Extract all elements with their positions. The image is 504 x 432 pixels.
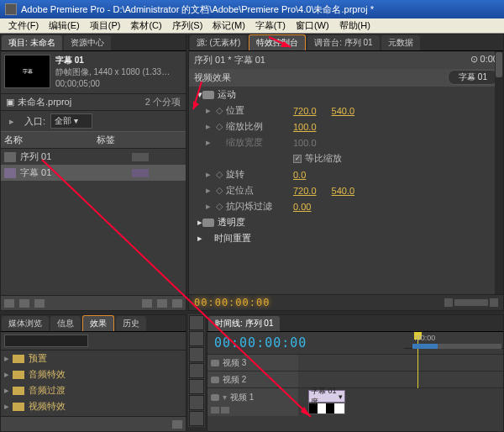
zoom-in-icon[interactable] <box>490 298 498 307</box>
menu-bar: 文件(F) 编辑(E) 项目(P) 素材(C) 序列(S) 标记(M) 字幕(T… <box>0 18 504 34</box>
group-opacity[interactable]: ▸ 透明度 <box>189 214 503 230</box>
tab-timeline[interactable]: 时间线: 序列 01 <box>208 316 280 331</box>
scale-value[interactable]: 100.0 <box>293 122 317 132</box>
tab-source[interactable]: 源: (无素材) <box>190 35 247 50</box>
effect-breadcrumb: 序列 01 * 字幕 01 ⊙ 0:00 <box>189 51 503 69</box>
effect-scope-chip[interactable]: 字幕 01 <box>448 70 498 85</box>
effects-folder-presets[interactable]: ▸预置 <box>1 350 186 366</box>
search-icon[interactable]: ▸ <box>4 115 19 128</box>
tools-panel <box>188 314 205 427</box>
project-tabs: 项目: 未命名 资源中心 <box>1 34 186 51</box>
selection-tool[interactable] <box>189 315 204 330</box>
delete-icon[interactable] <box>172 299 182 308</box>
folder-icon <box>13 403 24 411</box>
label-swatch[interactable] <box>132 153 149 161</box>
prop-scale-width: ▸ 缩放宽度 100.0 <box>189 134 503 150</box>
antiflicker-value[interactable]: 0.00 <box>293 202 311 212</box>
tab-effects[interactable]: 效果 <box>82 315 114 331</box>
entry-dropdown[interactable]: 全部 ▾ <box>50 113 92 129</box>
list-view-icon[interactable] <box>4 299 14 308</box>
timeline-panel: 时间线: 序列 01 00:00:00:00 :00:00 00:00:14:2… <box>207 314 504 432</box>
project-file-row: ▣ 未命名.prproj 2 个分项 <box>1 93 186 110</box>
effects-folder-video-fx[interactable]: ▸视频特效 <box>1 398 186 414</box>
effect-timecode[interactable]: 00:00:00:00 <box>194 297 270 308</box>
effects-search[interactable] <box>4 335 88 347</box>
window-titlebar: Adobe Premiere Pro - D:\Administrator 的文… <box>0 0 504 18</box>
menu-clip[interactable]: 素材(C) <box>125 19 166 32</box>
scale-w-value: 100.0 <box>293 138 317 148</box>
zoom-out-icon[interactable] <box>444 298 453 307</box>
track-opt-icon[interactable] <box>211 407 219 414</box>
clip-name: 字幕 01 <box>55 55 170 66</box>
project-file-name: 未命名.prproj <box>18 96 71 108</box>
time-ruler[interactable]: :00:00 00:00:14:23 <box>404 332 503 349</box>
razor-tool[interactable] <box>189 363 204 378</box>
effect-scrollbar[interactable] <box>495 51 503 310</box>
tab-project[interactable]: 项目: 未命名 <box>2 35 62 50</box>
menu-edit[interactable]: 编辑(E) <box>44 19 85 32</box>
menu-window[interactable]: 窗口(W) <box>291 19 334 32</box>
clip-duration: 00;00;05;00 <box>55 78 170 90</box>
project-panel: 项目: 未命名 资源中心 字幕 字幕 01 静帧图像, 1440 x 1080 … <box>0 34 186 311</box>
col-label[interactable]: 标签 <box>97 134 115 146</box>
effects-folder-audio-fx[interactable]: ▸音频特效 <box>1 366 186 382</box>
track-v1[interactable]: ▾视频 1 字幕 01 度▾ <box>207 387 503 416</box>
window-title: Adobe Premiere Pro - D:\Administrator 的文… <box>21 3 374 16</box>
group-motion[interactable]: ▾ 运动 <box>189 87 503 103</box>
eye-icon[interactable] <box>211 394 219 401</box>
uniform-scale-checkbox[interactable]: ✓ <box>293 155 302 163</box>
bin-item-sequence[interactable]: 序列 01 <box>1 149 186 165</box>
menu-marker[interactable]: 标记(M) <box>207 19 250 32</box>
tab-metadata[interactable]: 元数据 <box>381 35 420 50</box>
tab-history[interactable]: 历史 <box>116 316 146 331</box>
new-bin-icon[interactable] <box>142 299 152 308</box>
tab-effect-controls[interactable]: 特效控制台 <box>249 34 306 50</box>
tab-resource-center[interactable]: 资源中心 <box>64 35 111 50</box>
track-opt-icon[interactable] <box>221 407 229 414</box>
new-bin-icon[interactable] <box>172 420 182 429</box>
eye-icon[interactable] <box>211 377 219 383</box>
track-v2[interactable]: 视频 2 <box>207 371 503 387</box>
anchor-x-value[interactable]: 720.0 <box>293 186 317 196</box>
track-v3[interactable]: 视频 3 <box>207 354 503 371</box>
clip-info: 字幕 字幕 01 静帧图像, 1440 x 1080 (1.33… 00;00;… <box>1 51 186 93</box>
pos-x-value[interactable]: 720.0 <box>293 106 317 116</box>
menu-file[interactable]: 文件(F) <box>3 19 44 32</box>
pos-y-value[interactable]: 540.0 <box>332 106 355 116</box>
new-item-icon[interactable] <box>157 299 167 308</box>
menu-project[interactable]: 项目(P) <box>85 19 126 32</box>
project-item-count: 2 个分项 <box>145 96 181 108</box>
prop-rotation: ▸◇ 旋转 0.0 <box>189 166 503 182</box>
group-timeremap[interactable]: ▸ 时间重置 <box>189 230 503 246</box>
timeline-clip[interactable]: 字幕 01 度▾ <box>308 390 345 403</box>
track-select-tool[interactable] <box>189 331 204 346</box>
effect-controls-panel: 源: (无素材) 特效控制台 调音台: 序列 01 元数据 序列 01 * 字幕… <box>188 34 504 311</box>
clip-meta: 静帧图像, 1440 x 1080 (1.33… <box>55 66 170 78</box>
app-icon <box>5 3 17 15</box>
ripple-tool[interactable] <box>189 347 204 362</box>
tab-info[interactable]: 信息 <box>50 316 81 331</box>
disclosure-icon[interactable]: ▸ <box>197 233 202 244</box>
bin-item-title[interactable]: 字幕 01 <box>1 165 186 181</box>
icon-view-icon[interactable] <box>19 299 29 308</box>
tab-media-browser[interactable]: 媒体浏览 <box>2 316 49 331</box>
menu-title[interactable]: 字幕(T) <box>250 19 291 32</box>
tab-audio-mixer[interactable]: 调音台: 序列 01 <box>307 35 379 50</box>
hand-tool[interactable] <box>189 411 204 426</box>
zoom-slider[interactable] <box>454 299 488 306</box>
eye-icon[interactable] <box>211 360 219 366</box>
timeline-cti[interactable]: 00:00:00:00 <box>207 332 313 354</box>
col-name[interactable]: 名称 <box>4 134 97 146</box>
find-icon[interactable] <box>34 299 45 308</box>
pen-tool[interactable] <box>189 395 204 410</box>
effects-folder-audio-trans[interactable]: ▸音频过渡 <box>1 382 186 398</box>
menu-sequence[interactable]: 序列(S) <box>167 19 208 32</box>
menu-help[interactable]: 帮助(H) <box>334 19 375 32</box>
anchor-y-value[interactable]: 540.0 <box>332 186 355 196</box>
folder-icon <box>13 387 24 395</box>
slip-tool[interactable] <box>189 379 204 394</box>
label-swatch[interactable] <box>132 169 149 177</box>
clip-thumbnail[interactable]: 字幕 <box>4 55 50 88</box>
rotation-value[interactable]: 0.0 <box>293 170 306 180</box>
project-list-header: 名称 标签 <box>1 131 186 149</box>
